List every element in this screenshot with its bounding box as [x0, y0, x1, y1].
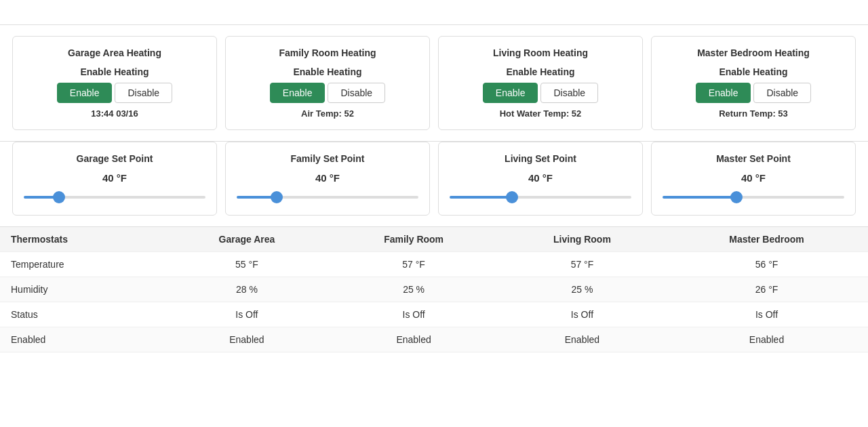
card-info-living: Hot Water Temp: 52 — [450, 108, 631, 119]
table-cell-1-2: 25 % — [499, 277, 665, 302]
table-header-3: Living Room — [499, 227, 665, 252]
enable-label-family: Enable Heating — [237, 66, 418, 77]
heating-card-garage: Garage Area Heating Enable Heating Enabl… — [12, 36, 217, 130]
disable-btn-garage[interactable]: Disable — [115, 83, 172, 103]
card-title-family: Family Room Heating — [237, 47, 418, 58]
disable-btn-master[interactable]: Disable — [753, 83, 811, 103]
enable-btn-family[interactable]: Enable — [270, 83, 326, 103]
setpoint-card-master-sp: Master Set Point 40 °F — [651, 142, 856, 216]
table-row-label-1: Humidity — [0, 277, 165, 302]
setpoint-title-family-sp: Family Set Point — [237, 153, 418, 164]
enable-btn-living[interactable]: Enable — [483, 83, 538, 103]
disable-btn-living[interactable]: Disable — [540, 83, 598, 103]
table-cell-0-3: 56 °F — [665, 252, 868, 277]
table-cell-2-1: Is Off — [328, 302, 499, 327]
enable-label-garage: Enable Heating — [24, 66, 205, 77]
table-cell-2-2: Is Off — [499, 302, 665, 327]
enable-btn-master[interactable]: Enable — [696, 83, 751, 103]
enable-label-master: Enable Heating — [663, 66, 844, 77]
setpoint-slider-living-sp[interactable] — [450, 196, 631, 199]
table-cell-3-1: Enabled — [328, 327, 499, 352]
setpoint-card-living-sp: Living Set Point 40 °F — [438, 142, 643, 216]
heating-card-master: Master Bedroom Heating Enable Heating En… — [651, 36, 856, 130]
setpoint-title-living-sp: Living Set Point — [450, 153, 631, 164]
slider-container-master-sp — [663, 190, 844, 204]
table-cell-0-2: 57 °F — [499, 252, 665, 277]
slider-container-family-sp — [237, 190, 418, 204]
table-header-0: Thermostats — [0, 227, 165, 252]
heating-cards-section: Garage Area Heating Enable Heating Enabl… — [0, 25, 868, 142]
setpoint-card-garage-sp: Garage Set Point 40 °F — [12, 142, 217, 216]
btn-group-living: Enable Disable — [450, 83, 631, 103]
setpoint-card-family-sp: Family Set Point 40 °F — [225, 142, 430, 216]
card-title-living: Living Room Heating — [450, 47, 631, 58]
table-row-label-0: Temperature — [0, 252, 165, 277]
data-table-container: ThermostatsGarage AreaFamily RoomLiving … — [0, 227, 868, 352]
table-cell-0-0: 55 °F — [165, 252, 329, 277]
setpoint-slider-master-sp[interactable] — [663, 196, 844, 199]
heating-card-family: Family Room Heating Enable Heating Enabl… — [225, 36, 430, 130]
table-cell-1-0: 28 % — [165, 277, 329, 302]
btn-group-master: Enable Disable — [663, 83, 844, 103]
table-row-label-2: Status — [0, 302, 165, 327]
table-row: StatusIs OffIs OffIs OffIs Off — [0, 302, 868, 327]
table-row-label-3: Enabled — [0, 327, 165, 352]
slider-container-living-sp — [450, 190, 631, 204]
table-cell-0-1: 57 °F — [328, 252, 499, 277]
setpoint-value-master-sp: 40 °F — [663, 172, 844, 184]
setpoint-slider-family-sp[interactable] — [237, 196, 418, 199]
table-row: EnabledEnabledEnabledEnabledEnabled — [0, 327, 868, 352]
enable-label-living: Enable Heating — [450, 66, 631, 77]
card-info-family: Air Temp: 52 — [237, 108, 418, 119]
btn-group-garage: Enable Disable — [24, 83, 205, 103]
table-row: Humidity28 %25 %25 %26 °F — [0, 277, 868, 302]
setpoint-slider-garage-sp[interactable] — [24, 196, 205, 199]
table-header-1: Garage Area — [165, 227, 329, 252]
table-cell-1-1: 25 % — [328, 277, 499, 302]
disable-btn-family[interactable]: Disable — [328, 83, 385, 103]
card-title-master: Master Bedroom Heating — [663, 47, 844, 58]
setpoint-title-master-sp: Master Set Point — [663, 153, 844, 164]
slider-container-garage-sp — [24, 190, 205, 204]
table-row: Temperature55 °F57 °F57 °F56 °F — [0, 252, 868, 277]
btn-group-family: Enable Disable — [237, 83, 418, 103]
setpoint-value-living-sp: 40 °F — [450, 172, 631, 184]
table-header-2: Family Room — [328, 227, 499, 252]
table-cell-3-0: Enabled — [165, 327, 329, 352]
setpoint-value-family-sp: 40 °F — [237, 172, 418, 184]
enable-btn-garage[interactable]: Enable — [57, 83, 113, 103]
setpoint-value-garage-sp: 40 °F — [24, 172, 205, 184]
table-cell-3-3: Enabled — [665, 327, 868, 352]
data-table: ThermostatsGarage AreaFamily RoomLiving … — [0, 227, 868, 352]
table-cell-2-0: Is Off — [165, 302, 329, 327]
page-title — [0, 0, 868, 25]
card-title-garage: Garage Area Heating — [24, 47, 205, 58]
table-cell-1-3: 26 °F — [665, 277, 868, 302]
heating-card-living: Living Room Heating Enable Heating Enabl… — [438, 36, 643, 130]
card-info-master: Return Temp: 53 — [663, 108, 844, 119]
table-cell-3-2: Enabled — [499, 327, 665, 352]
table-cell-2-3: Is Off — [665, 302, 868, 327]
table-header-4: Master Bedroom — [665, 227, 868, 252]
card-info-garage: 13:44 03/16 — [24, 108, 205, 119]
setpoint-title-garage-sp: Garage Set Point — [24, 153, 205, 164]
setpoint-cards-section: Garage Set Point 40 °F Family Set Point … — [0, 142, 868, 227]
